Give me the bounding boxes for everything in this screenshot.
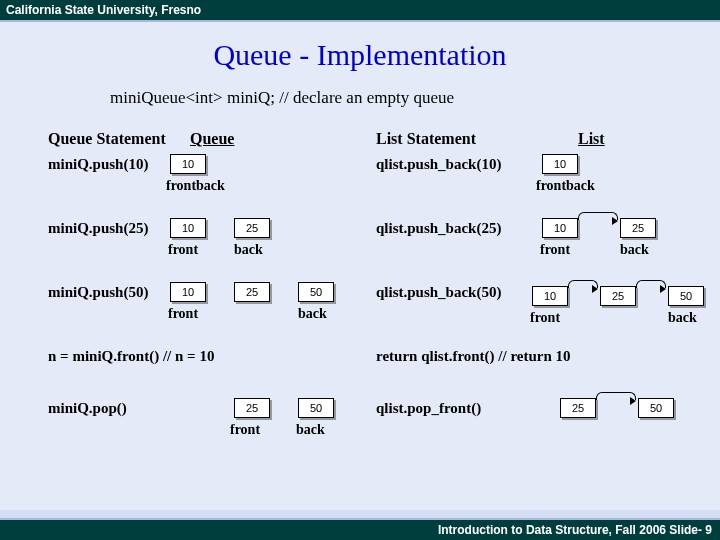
col-queue-statement: Queue Statement xyxy=(48,130,166,148)
label-back: back xyxy=(234,242,263,258)
footer-bar: Introduction to Data Structure, Fall 200… xyxy=(0,518,720,540)
arrow-icon xyxy=(578,212,618,220)
label-back: back xyxy=(668,310,697,326)
queue-node: 25 xyxy=(234,398,270,418)
label-front: front xyxy=(168,306,198,322)
queue-node: 10 xyxy=(170,218,206,238)
footer-text: Introduction to Data Structure, Fall 200… xyxy=(438,523,712,537)
queue-node: 25 xyxy=(234,282,270,302)
queue-node: 10 xyxy=(170,154,206,174)
slide-title: Queue - Implementation xyxy=(0,38,720,72)
queue-node: 50 xyxy=(298,282,334,302)
list-node: 25 xyxy=(560,398,596,418)
label-front: front xyxy=(540,242,570,258)
label-back: back xyxy=(296,422,325,438)
label-frontback: frontback xyxy=(536,178,595,194)
header-bar: California State University, Fresno xyxy=(0,0,720,22)
queue-pop: miniQ.pop() xyxy=(48,400,127,417)
list-front: return qlist.front() // return 10 xyxy=(376,348,571,365)
list-node: 10 xyxy=(542,218,578,238)
queue-push50: miniQ.push(50) xyxy=(48,284,148,301)
list-node: 25 xyxy=(600,286,636,306)
label-back: back xyxy=(298,306,327,322)
arrow-icon xyxy=(568,280,598,288)
arrow-icon xyxy=(636,280,666,288)
label-back: back xyxy=(620,242,649,258)
col-list-statement: List Statement xyxy=(376,130,476,148)
queue-node: 10 xyxy=(170,282,206,302)
list-node: 50 xyxy=(638,398,674,418)
queue-front: n = miniQ.front() // n = 10 xyxy=(48,348,214,365)
slide-body: Queue - Implementation miniQueue<int> mi… xyxy=(0,22,720,510)
list-pop: qlist.pop_front() xyxy=(376,400,481,417)
label-front: front xyxy=(230,422,260,438)
queue-push10: miniQ.push(10) xyxy=(48,156,148,173)
queue-node: 25 xyxy=(234,218,270,238)
label-frontback: frontback xyxy=(166,178,225,194)
queue-node: 50 xyxy=(298,398,334,418)
label-front: front xyxy=(530,310,560,326)
header-institution: California State University, Fresno xyxy=(6,3,201,17)
list-node: 25 xyxy=(620,218,656,238)
col-list: List xyxy=(578,130,605,148)
declaration-line: miniQueue<int> miniQ; // declare an empt… xyxy=(110,88,454,108)
arrow-icon xyxy=(596,392,636,400)
col-queue: Queue xyxy=(190,130,234,148)
list-node: 10 xyxy=(542,154,578,174)
list-push25: qlist.push_back(25) xyxy=(376,220,501,237)
list-push50: qlist.push_back(50) xyxy=(376,284,501,301)
label-front: front xyxy=(168,242,198,258)
list-node: 50 xyxy=(668,286,704,306)
list-push10: qlist.push_back(10) xyxy=(376,156,501,173)
queue-push25: miniQ.push(25) xyxy=(48,220,148,237)
list-node: 10 xyxy=(532,286,568,306)
